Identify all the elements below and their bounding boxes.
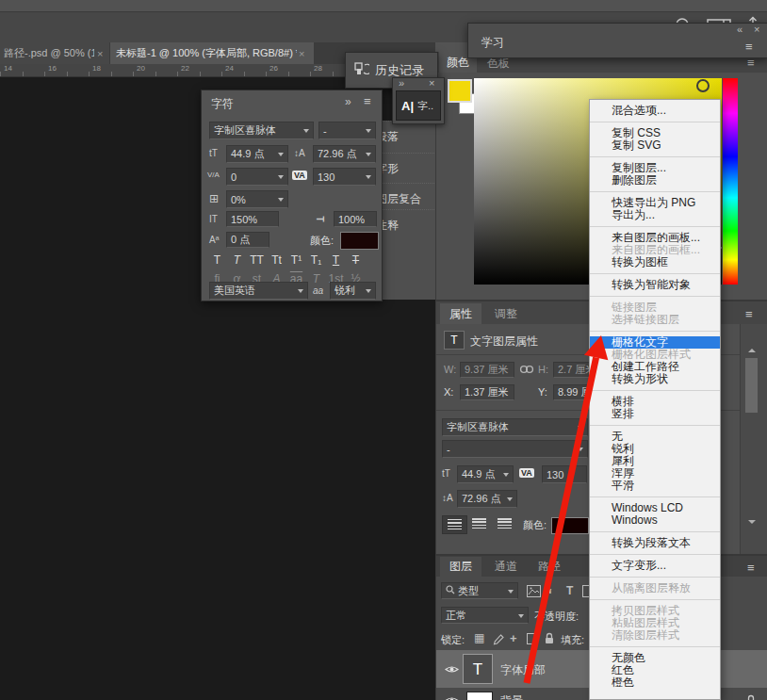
panel-menu-icon[interactable]: ≡ [364, 97, 371, 106]
font-style-button[interactable]: T [346, 252, 366, 268]
filter-image-icon[interactable] [527, 584, 541, 601]
props-tracking-field[interactable]: 130 [542, 465, 587, 483]
layer-name[interactable]: 背景 [500, 693, 523, 700]
panel-menu-icon[interactable]: ≡ [747, 563, 755, 573]
lock-all-icon[interactable] [544, 631, 555, 648]
layer-filter-dropdown[interactable]: 类型 [441, 582, 518, 599]
font-style-button[interactable]: T [207, 252, 227, 268]
language-dropdown[interactable]: 美国英语 [209, 282, 308, 300]
panel-menu-icon[interactable]: ≡ [745, 310, 753, 319]
align-left-button[interactable] [442, 515, 467, 534]
leading-dropdown[interactable]: 72.96 点 [313, 145, 376, 163]
lock-transparency-icon[interactable]: ▦ [474, 631, 484, 644]
menu-item[interactable]: 来自图层的画板... [590, 232, 720, 244]
lock-artboard-icon[interactable] [527, 633, 538, 644]
menu-item[interactable]: 转换为图框 [590, 256, 720, 269]
font-style-button[interactable]: T¹ [286, 252, 306, 268]
menu-item[interactable]: 浑厚 [590, 467, 720, 480]
lock-pixels-icon[interactable] [493, 632, 504, 649]
tab-document-2[interactable]: 未标题-1 @ 100% (字体局部, RGB/8#) * × [110, 42, 314, 64]
close-icon[interactable]: × [299, 48, 304, 59]
menu-item[interactable]: 复制图层... [590, 162, 720, 174]
menu-item[interactable]: 转换为形状 [590, 373, 720, 385]
panel-menu-icon[interactable]: ≡ [747, 58, 755, 68]
font-style-dropdown[interactable]: - [318, 122, 376, 139]
vertical-scale-field[interactable]: 150% [226, 211, 279, 227]
align-center-button[interactable] [467, 515, 491, 532]
menu-item[interactable]: 锐利 [590, 443, 720, 455]
scroll-up-icon[interactable] [748, 345, 756, 352]
collapse-icon[interactable]: » [399, 77, 404, 89]
width-field[interactable]: 9.37 厘米 [460, 362, 514, 378]
character-tool-button[interactable]: A| 字.. [396, 90, 441, 121]
close-icon[interactable]: × [97, 48, 103, 59]
font-size-dropdown[interactable]: 44.9 点 [226, 145, 288, 163]
menu-item[interactable]: 复制 SVG [590, 139, 720, 152]
tab-adjustments[interactable]: 调整 [485, 303, 527, 324]
font-family-dropdown[interactable]: 字制区喜脉体 [209, 122, 314, 139]
font-style-button[interactable]: Tt [267, 252, 286, 268]
panel-menu-icon[interactable]: ≡ [745, 42, 753, 52]
proportional-spacing-dropdown[interactable]: 0% [226, 190, 288, 208]
props-font-family-dropdown[interactable]: 字制区喜脉体 [442, 418, 588, 436]
scroll-down-icon[interactable] [748, 520, 756, 528]
hue-slider[interactable] [723, 78, 738, 285]
antialias-dropdown[interactable]: 锐利 [330, 282, 376, 300]
text-color-swatch[interactable] [340, 232, 379, 250]
opentype-button[interactable]: T [306, 271, 326, 286]
menu-item[interactable]: 删除图层 [590, 174, 720, 187]
lock-position-icon[interactable]: + [510, 631, 517, 645]
font-style-button[interactable]: T [326, 252, 346, 268]
color-field-marker[interactable] [696, 79, 710, 92]
baseline-shift-field[interactable]: 0 点 [226, 232, 269, 248]
tab-channels[interactable]: 通道 [485, 557, 527, 577]
horizontal-scale-field[interactable]: 100% [334, 211, 377, 227]
menu-item[interactable]: 橙色 [590, 676, 720, 689]
tab-layers[interactable]: 图层 [440, 557, 481, 577]
visibility-eye-icon[interactable] [445, 664, 459, 675]
menu-item[interactable]: 竖排 [590, 408, 720, 420]
menu-item[interactable]: 平滑 [590, 480, 720, 492]
layer-thumbnail-text[interactable]: T [463, 654, 493, 684]
props-font-style-dropdown[interactable]: - [442, 440, 588, 458]
collapse-icon[interactable]: « [737, 24, 743, 35]
menu-item[interactable]: 转换为段落文本 [590, 537, 720, 549]
menu-item[interactable]: 转换为智能对象 [590, 279, 720, 291]
props-font-size-dropdown[interactable]: 44.9 点 [457, 465, 514, 483]
menu-item[interactable]: 红色 [590, 664, 720, 676]
menu-item[interactable]: Windows LCD [590, 502, 720, 514]
menu-item[interactable]: 混合选项... [590, 105, 720, 117]
kerning-dropdown[interactable]: 0 [226, 168, 288, 186]
blend-mode-dropdown[interactable]: 正常 [441, 607, 529, 624]
tab-properties[interactable]: 属性 [440, 303, 481, 324]
link-dimensions-icon[interactable] [519, 363, 534, 380]
menu-item[interactable]: 栅格化文字 [590, 336, 720, 349]
menu-item[interactable]: 复制 CSS [590, 127, 720, 139]
close-icon[interactable]: × [754, 24, 759, 35]
menu-item[interactable]: 无颜色 [590, 652, 720, 664]
close-icon[interactable]: × [429, 77, 434, 89]
visibility-eye-icon[interactable] [445, 695, 459, 700]
tab-paths[interactable]: 路径 [529, 557, 570, 577]
filter-adjustment-icon[interactable]: ◐ [547, 584, 554, 597]
menu-item[interactable]: 快速导出为 PNG [590, 197, 720, 209]
menu-item[interactable]: 创建工作路径 [590, 361, 720, 373]
filter-type-icon[interactable]: T [566, 584, 573, 597]
tab-document-1[interactable]: 路径-.psd @ 50% (1.... × [0, 42, 109, 64]
x-field[interactable]: 1.37 厘米 [460, 384, 514, 400]
menu-item[interactable]: 导出为... [590, 209, 720, 221]
foreground-color-swatch[interactable] [448, 79, 472, 103]
font-style-button[interactable]: TT [247, 252, 267, 268]
layer-name[interactable]: 字体局部 [500, 662, 546, 678]
props-leading-dropdown[interactable]: 72.96 点 [457, 490, 517, 508]
font-style-button[interactable]: T₁ [306, 252, 326, 268]
menu-item[interactable]: 横排 [590, 396, 720, 408]
scrollbar-thumb[interactable] [745, 358, 758, 413]
tracking-dropdown[interactable]: 130 [313, 168, 376, 186]
menu-item[interactable]: Windows [590, 514, 720, 527]
menu-item[interactable]: 无 [590, 431, 720, 443]
align-right-button[interactable] [493, 515, 516, 532]
menu-item[interactable]: 文字变形... [590, 560, 720, 572]
menu-item[interactable]: 犀利 [590, 455, 720, 467]
layer-thumbnail-background[interactable] [466, 692, 493, 700]
